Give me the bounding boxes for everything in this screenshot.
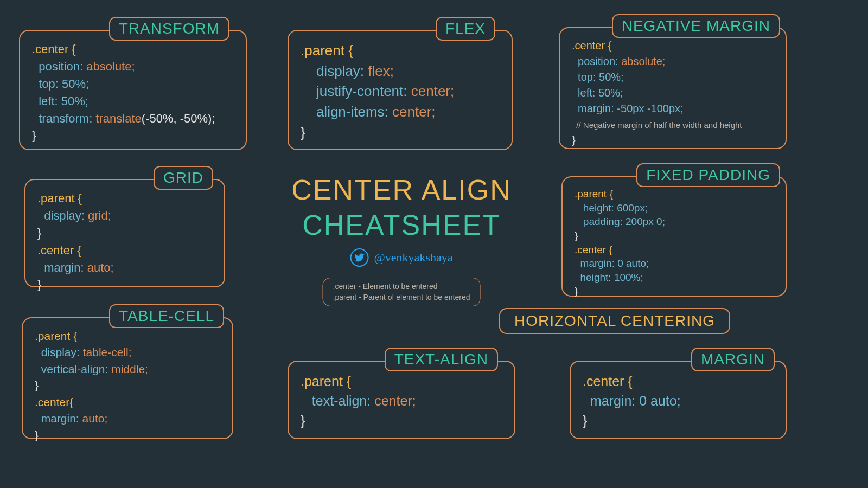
code-flex: .parent { display: flex; justify-content…	[301, 41, 500, 143]
author-handle-row: @venkyakshaya	[350, 248, 453, 267]
legend-box: .center - Element to be entered .parent …	[323, 278, 481, 306]
title-line1: CENTER ALIGN	[291, 174, 511, 206]
tab-table-cell: TABLE-CELL	[109, 304, 224, 328]
code-negative-margin: .center { position: absolute; top: 50%; …	[572, 38, 774, 148]
author-handle: @venkyakshaya	[374, 251, 453, 265]
code-table-cell: .parent { display: table-cell; vertical-…	[35, 328, 220, 444]
tab-flex: FLEX	[436, 17, 495, 41]
title-line2: CHEATSHEET	[302, 209, 501, 241]
card-table-cell: TABLE-CELL .parent { display: table-cell…	[22, 317, 233, 439]
card-negative-margin: NEGATIVE MARGIN .center { position: abso…	[559, 27, 787, 149]
card-flex: FLEX .parent { display: flex; justify-co…	[288, 30, 513, 150]
tab-grid: GRID	[154, 166, 213, 190]
card-text-align: TEXT-ALIGN .parent { text-align: center;…	[288, 361, 515, 439]
legend-line1: .center - Element to be entered	[333, 281, 470, 292]
code-transform: .center { position: absolute; top: 50%; …	[32, 41, 234, 144]
card-transform: TRANSFORM .center { position: absolute; …	[19, 30, 247, 150]
tab-text-align: TEXT-ALIGN	[385, 348, 498, 371]
card-fixed-padding: FIXED PADDING .parent { height: 600px; p…	[561, 176, 787, 297]
section-horizontal-centering: HORIZONTAL CENTERING	[499, 308, 730, 334]
card-grid: GRID .parent { display: grid; } .center …	[24, 179, 225, 287]
tab-fixed-padding: FIXED PADDING	[636, 163, 780, 187]
twitter-icon	[350, 248, 369, 267]
tab-margin: MARGIN	[691, 348, 775, 371]
code-margin: .center { margin: 0 auto; }	[583, 371, 774, 431]
code-fixed-padding: .parent { height: 600px; padding: 200px …	[575, 187, 774, 298]
code-text-align: .parent { text-align: center; }	[301, 371, 502, 431]
code-grid: .parent { display: grid; } .center { mar…	[37, 190, 212, 293]
tab-transform: TRANSFORM	[109, 17, 229, 41]
card-margin: MARGIN .center { margin: 0 auto; }	[570, 361, 787, 439]
tab-negative-margin: NEGATIVE MARGIN	[612, 14, 780, 38]
legend-line2: .parent - Parent of element to be entere…	[333, 292, 470, 303]
